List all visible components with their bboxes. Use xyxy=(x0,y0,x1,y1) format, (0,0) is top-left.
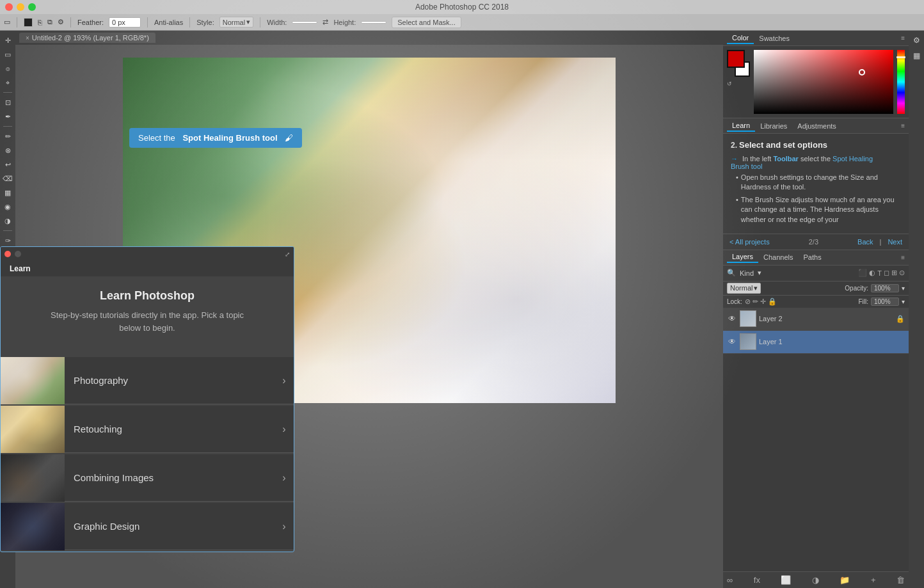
tutorial-arrow-photography: › xyxy=(275,375,294,386)
learn-main-content: Learn Photoshop Step-by-step tutorials d… xyxy=(1,276,294,357)
tutorial-thumb-photography xyxy=(1,357,65,404)
layers-list: 👁 Layer 2 🔒 👁 Layer 1 xyxy=(723,308,909,571)
tutorial-item-graphicdesign[interactable]: Graphic Design › xyxy=(1,503,294,550)
tooltip-prefix: Select the xyxy=(138,133,175,143)
learn-subtitle: Step-by-step tutorials directly in the a… xyxy=(11,309,283,334)
tutorial-item-combining[interactable]: Combining Images › xyxy=(1,454,294,502)
tutorial-thumb-combining xyxy=(1,454,65,502)
tutorial-item-retouching[interactable]: Retouching › xyxy=(1,406,294,453)
tooltip-icon: 🖌 xyxy=(285,133,293,143)
layer-thumbnail xyxy=(740,310,756,327)
learn-panel-min[interactable] xyxy=(15,251,21,257)
layers-panel: Layers Channels Paths ≡ 🔍 Kind ▾ ⬛ ◐ T ◻… xyxy=(723,250,909,588)
tool-tooltip: Select the Spot Healing Brush tool 🖌 xyxy=(129,128,302,148)
learn-overlay-tab[interactable]: Learn xyxy=(7,263,33,274)
tutorial-label-combining: Combining Images xyxy=(65,472,275,483)
tutorial-arrow-combining: › xyxy=(275,472,294,484)
layer-row[interactable]: 👁 Layer 2 🔒 xyxy=(723,308,909,331)
tutorial-thumb-retouching xyxy=(1,406,65,453)
learn-panel-close[interactable] xyxy=(4,251,11,257)
foreground-swatch[interactable] xyxy=(727,50,745,68)
learn-title: Learn Photoshop xyxy=(11,289,283,303)
tutorial-label-photography: Photography xyxy=(65,375,275,386)
learn-panel-expand-icon[interactable]: ⤢ xyxy=(285,251,290,258)
tutorial-thumb-graphicdesign xyxy=(1,503,65,550)
learn-panel-overlay: ⤢ Learn Learn Photoshop Step-by-step tut… xyxy=(0,246,294,552)
learn-overlay-tabs: Learn xyxy=(1,261,294,276)
tutorial-item-photography[interactable]: Photography › xyxy=(1,357,294,404)
tooltip-link: Spot Healing Brush tool xyxy=(182,133,277,143)
tutorial-label-graphicdesign: Graphic Design xyxy=(65,521,275,532)
learn-overlay-title-bar: ⤢ xyxy=(1,247,294,261)
tutorial-label-retouching: Retouching xyxy=(65,424,275,434)
tutorial-arrow-retouching: › xyxy=(275,424,294,435)
right-panel: Color Swatches ≡ ↺ Learn xyxy=(723,31,909,588)
tutorial-arrow-graphicdesign: › xyxy=(275,521,294,532)
